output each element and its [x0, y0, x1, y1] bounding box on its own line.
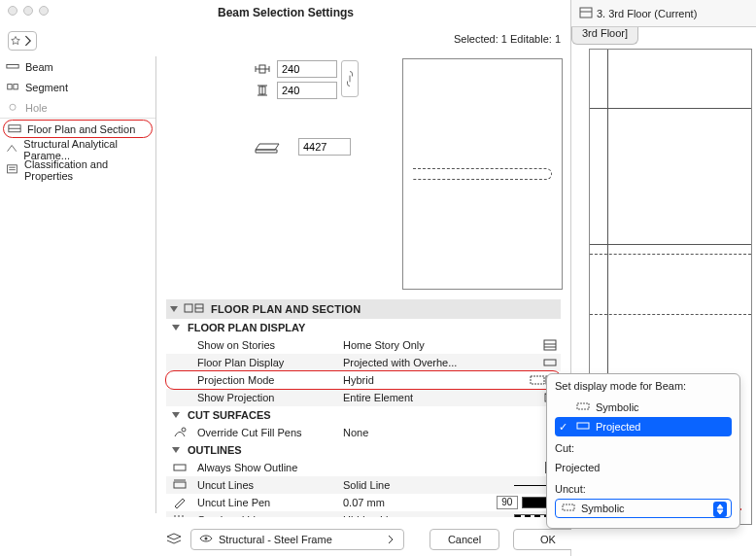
prop-value[interactable]: Home Story Only: [335, 339, 497, 351]
prop-name: Uncut Line Pen: [193, 497, 335, 508]
layer-name: Structural - Steel Frame: [219, 534, 380, 545]
properties-table: FLOOR PLAN DISPLAY Show on Stories Home …: [166, 319, 561, 517]
length-icon: [254, 138, 283, 156]
prop-name: Show Projection: [193, 392, 335, 403]
prop-value[interactable]: Hybrid: [335, 374, 497, 386]
overhead-icon: [173, 514, 187, 517]
section-toggle-icon: [184, 302, 205, 316]
stepper-icon[interactable]: [713, 502, 727, 517]
prop-value[interactable]: Hidden Line: [335, 514, 497, 517]
row-override-cut-fill-pens[interactable]: Override Cut Fill Pens None: [166, 424, 561, 441]
favorites-button[interactable]: [8, 31, 37, 51]
disclosure-triangle-icon: [172, 412, 180, 418]
uncut-combo[interactable]: Symbolic: [555, 499, 732, 518]
cut-label: Cut:: [555, 442, 732, 454]
group-floor-plan-display[interactable]: FLOOR PLAN DISPLAY: [166, 319, 561, 336]
prop-name: Overhead Lines: [193, 514, 335, 517]
width-icon: [254, 62, 271, 76]
check-icon: ✓: [559, 421, 570, 434]
group-outlines[interactable]: OUTLINES: [166, 441, 561, 459]
svg-point-3: [10, 104, 16, 110]
popup-header: Set display mode for Beam:: [555, 380, 732, 392]
prop-name: Uncut Lines: [193, 479, 335, 491]
prop-name: Projection Mode: [193, 374, 335, 386]
disclosure-triangle-icon: [172, 447, 180, 453]
svg-rect-11: [185, 304, 192, 312]
pen-override-icon: [173, 427, 187, 438]
row-overhead-lines[interactable]: Overhead Lines Hidden Line: [166, 511, 561, 517]
pen-number-input[interactable]: 90: [497, 496, 518, 509]
option-symbolic[interactable]: Symbolic: [555, 398, 732, 417]
row-uncut-line-pen[interactable]: Uncut Line Pen 0.07 mm 90: [166, 494, 561, 511]
cancel-button[interactable]: Cancel: [430, 529, 499, 550]
svg-rect-24: [174, 482, 186, 488]
svg-rect-0: [7, 64, 18, 68]
story-label[interactable]: 3. 3rd Floor (Current): [597, 8, 697, 19]
prop-value[interactable]: None: [335, 427, 497, 438]
star-icon: [10, 35, 21, 47]
svg-point-22: [182, 428, 186, 432]
group-label: CUT SURFACES: [188, 409, 271, 421]
prop-value[interactable]: 0.07 mm: [335, 497, 497, 508]
sidebar-item-analytical[interactable]: Structural Analytical Parame...: [0, 139, 155, 159]
height-input[interactable]: [277, 82, 337, 99]
preview-canvas: [402, 58, 563, 290]
prop-name: Show on Stories: [193, 339, 335, 351]
svg-rect-6: [8, 165, 17, 173]
sidebar-item-beam[interactable]: Beam: [0, 56, 155, 77]
display-mode-icon[interactable]: [543, 357, 557, 368]
prop-value[interactable]: Projected with Overhe...: [335, 357, 497, 368]
sidebar-item-label: Hole: [25, 102, 48, 114]
selection-status: Selected: 1 Editable: 1: [454, 33, 561, 45]
svg-rect-23: [174, 465, 186, 470]
height-icon: [254, 84, 271, 97]
analytical-icon: [6, 144, 17, 156]
row-show-projection[interactable]: Show Projection Entire Element: [166, 389, 561, 406]
svg-rect-2: [14, 84, 17, 88]
sidebar-item-hole[interactable]: Hole: [0, 97, 155, 118]
link-dimensions-button[interactable]: [341, 60, 359, 97]
stories-icon[interactable]: [543, 339, 557, 351]
sidebar-item-floor-plan-section[interactable]: Floor Plan and Section: [3, 120, 153, 138]
plan-icon: [8, 123, 21, 135]
hole-icon: [6, 102, 19, 114]
projection-mode-popup[interactable]: Set display mode for Beam: Symbolic ✓ Pr…: [546, 373, 740, 529]
uncut-label: Uncut:: [555, 483, 732, 495]
beam-preview-symbol: [413, 168, 552, 180]
group-cut-surfaces[interactable]: CUT SURFACES: [166, 406, 561, 424]
length-input[interactable]: [298, 138, 351, 156]
row-always-show-outline[interactable]: Always Show Outline: [166, 459, 561, 476]
row-projection-mode[interactable]: Projection Mode Hybrid: [166, 371, 561, 389]
prop-value[interactable]: Solid Line: [335, 479, 497, 491]
prop-name: Always Show Outline: [193, 462, 335, 473]
option-label: Projected: [596, 421, 640, 433]
section-header-floor-plan[interactable]: FLOOR PLAN AND SECTION: [166, 299, 561, 319]
layers-icon: [165, 532, 183, 547]
svg-rect-17: [544, 360, 556, 365]
disclosure-triangle-icon: [170, 306, 178, 312]
svg-rect-14: [544, 340, 556, 350]
layer-selector[interactable]: Structural - Steel Frame: [190, 529, 404, 550]
sidebar-item-label: Floor Plan and Section: [27, 123, 135, 135]
svg-rect-18: [531, 376, 544, 384]
symbolic-icon: [576, 401, 590, 413]
svg-rect-1: [8, 84, 12, 88]
group-label: OUTLINES: [188, 444, 242, 456]
svg-point-28: [205, 538, 208, 540]
view-tab[interactable]: 3rd Floor]: [571, 27, 638, 45]
row-show-on-stories[interactable]: Show on Stories Home Story Only: [166, 336, 561, 354]
option-projected[interactable]: ✓ Projected: [555, 417, 732, 436]
row-floor-plan-display[interactable]: Floor Plan Display Projected with Overhe…: [166, 354, 561, 371]
hybrid-icon: [530, 374, 543, 386]
story-icon: [579, 7, 593, 20]
group-label: FLOOR PLAN DISPLAY: [188, 322, 305, 333]
cut-value: Projected: [555, 462, 732, 473]
svg-rect-29: [580, 8, 592, 17]
row-uncut-lines[interactable]: Uncut Lines Solid Line: [166, 476, 561, 494]
prop-value[interactable]: Entire Element: [335, 392, 497, 403]
projected-icon: [576, 421, 590, 433]
toolbar-fragment: 3. 3rd Floor (Current): [571, 0, 756, 27]
sidebar-item-segment[interactable]: Segment: [0, 77, 155, 97]
sidebar-item-classification[interactable]: Classification and Properties: [0, 159, 155, 180]
width-input[interactable]: [277, 60, 337, 78]
